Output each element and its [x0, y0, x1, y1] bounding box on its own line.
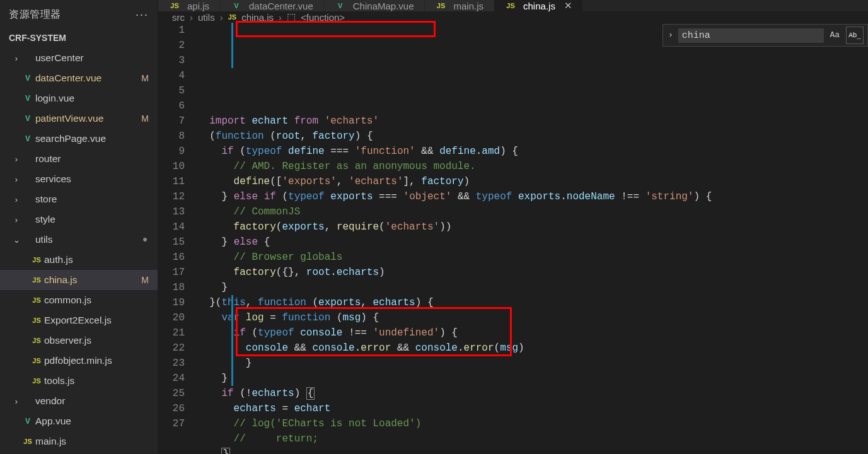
code-line[interactable]: if (typeof define === 'function' && defi…	[197, 144, 868, 159]
file-label: common.js	[44, 294, 151, 306]
code-line[interactable]: if (!echarts) {	[197, 386, 868, 401]
more-icon[interactable]: ···	[136, 8, 149, 21]
crumb-file[interactable]: china.js	[241, 12, 274, 23]
code-line[interactable]: factory({}, root.echarts)	[197, 265, 868, 280]
tab-label: dataCenter.vue	[249, 1, 313, 11]
tree-item-export2excel-js[interactable]: JSExport2Excel.js	[0, 310, 158, 330]
tab-china-js[interactable]: JSchina.js✕	[494, 0, 583, 11]
js-icon: JS	[30, 337, 43, 344]
crumb-src[interactable]: src	[172, 12, 185, 23]
vue-icon: V	[21, 94, 34, 103]
crumb-utils[interactable]: utils	[198, 12, 215, 23]
code-line[interactable]: }(this, function (exports, echarts) {	[197, 295, 868, 310]
file-label: store	[35, 194, 151, 205]
tree-item-pdfobject-min-js[interactable]: JSpdfobject.min.js	[0, 351, 158, 371]
file-label: patientView.vue	[35, 113, 141, 124]
code-line[interactable]: // AMD. Register as an anonymous module.	[197, 159, 868, 174]
line-number: 19	[158, 295, 185, 310]
file-label: searchPage.vue	[35, 133, 151, 144]
code-line[interactable]: // return;	[197, 431, 868, 446]
tree-item-store[interactable]: ›store	[0, 189, 158, 209]
tab-chinamap-vue[interactable]: VChinaMap.vue	[324, 0, 425, 11]
code-line[interactable]: } else {	[197, 235, 868, 250]
code-line[interactable]: import echart from 'echarts'	[197, 114, 868, 129]
git-badge: M	[141, 275, 151, 285]
tab-api-js[interactable]: JSapi.js	[158, 0, 220, 11]
file-tree: ›userCenterVdataCenter.vueMVlogin.vueVpa…	[0, 48, 158, 454]
tree-item-main-js[interactable]: JSmain.js	[0, 431, 158, 451]
line-gutter: 1234567891011121314151617181920212223242…	[158, 23, 197, 454]
code-line[interactable]: echarts = echart	[197, 401, 868, 416]
tree-item-vendor[interactable]: ›vendor	[0, 391, 158, 411]
find-widget[interactable]: › Aa Ab̲	[663, 24, 868, 47]
line-number: 27	[158, 416, 185, 431]
find-input[interactable]	[678, 28, 824, 43]
file-label: Export2Excel.js	[44, 315, 151, 326]
tree-item-usercenter[interactable]: ›userCenter	[0, 48, 158, 68]
code-line[interactable]: if (typeof console !== 'undefined') {	[197, 325, 868, 340]
crumb-symbol[interactable]: <function>	[301, 12, 345, 23]
symbol-icon: ⬚	[287, 11, 296, 23]
line-number: 2	[158, 38, 185, 53]
project-name[interactable]: CRF-SYSTEM	[0, 29, 158, 48]
code-line[interactable]: console && console.error && console.erro…	[197, 340, 868, 356]
tab-datacenter-vue[interactable]: VdataCenter.vue	[220, 0, 324, 11]
code-line[interactable]: // log('ECharts is not Loaded')	[197, 416, 868, 431]
code-line[interactable]: }	[197, 356, 868, 371]
code-content[interactable]: import echart from 'echarts' (function (…	[197, 23, 868, 454]
tree-item-china-js[interactable]: JSchina.jsM	[0, 270, 158, 290]
explorer-title: 资源管理器	[9, 8, 61, 21]
tree-item-style[interactable]: ›style	[0, 209, 158, 230]
code-line[interactable]: define(['exports', 'echarts'], factory)	[197, 174, 868, 189]
file-label: tools.js	[44, 375, 151, 387]
vue-icon: V	[21, 134, 34, 143]
tree-item-app-vue[interactable]: VApp.vue	[0, 411, 158, 431]
code-line[interactable]: } else if (typeof exports === 'object' &…	[197, 189, 868, 204]
tab-main-js[interactable]: JSmain.js	[425, 0, 495, 11]
tree-item-searchpage-vue[interactable]: VsearchPage.vue	[0, 129, 158, 149]
chevron-icon: ›	[11, 154, 21, 164]
code-line[interactable]: }	[197, 371, 868, 386]
close-icon[interactable]: ✕	[560, 0, 572, 11]
line-number: 8	[158, 129, 185, 144]
tree-item-router[interactable]: ›router	[0, 149, 158, 169]
file-label: vendor	[35, 395, 151, 407]
file-label: utils	[35, 234, 142, 245]
code-line[interactable]: }	[197, 446, 868, 454]
code-line[interactable]: // Browser globals	[197, 250, 868, 265]
code-line[interactable]: factory(exports, require('echarts'))	[197, 219, 868, 235]
tree-item-tools-js[interactable]: JStools.js	[0, 371, 158, 391]
code-editor[interactable]: 1234567891011121314151617181920212223242…	[158, 23, 868, 454]
js-icon: JS	[30, 296, 43, 304]
explorer-header: 资源管理器 ···	[0, 0, 158, 29]
code-line[interactable]: }	[197, 280, 868, 295]
tree-item-utils[interactable]: ⌄utils•	[0, 230, 158, 250]
file-label: services	[35, 173, 151, 185]
js-icon: JS	[168, 2, 181, 9]
tree-item-login-vue[interactable]: Vlogin.vue	[0, 88, 158, 108]
expand-replace-icon[interactable]: ›	[667, 28, 674, 43]
whole-word-icon[interactable]: Ab̲	[846, 26, 864, 44]
js-icon: JS	[30, 276, 43, 284]
chevron-icon: ›	[11, 54, 21, 63]
line-number: 6	[158, 98, 185, 114]
code-line[interactable]: (function (root, factory) {	[197, 129, 868, 144]
file-label: style	[35, 214, 151, 225]
line-number: 7	[158, 114, 185, 129]
tree-item-observer-js[interactable]: JSobserver.js	[0, 330, 158, 351]
tree-item-datacenter-vue[interactable]: VdataCenter.vueM	[0, 68, 158, 88]
breadcrumbs[interactable]: src› utils› JS china.js› ⬚ <function>	[158, 11, 868, 23]
tree-item-patientview-vue[interactable]: VpatientView.vueM	[0, 108, 158, 129]
js-icon: JS	[30, 357, 43, 364]
code-line[interactable]: var log = function (msg) {	[197, 310, 868, 325]
tree-item-services[interactable]: ›services	[0, 169, 158, 189]
chevron-icon: ⌄	[11, 235, 21, 245]
tree-item-common-js[interactable]: JScommon.js	[0, 290, 158, 310]
line-number: 12	[158, 189, 185, 204]
git-change-marker	[231, 295, 233, 386]
tree-item-auth-js[interactable]: JSauth.js	[0, 250, 158, 270]
line-number: 13	[158, 204, 185, 219]
match-case-icon[interactable]: Aa	[828, 26, 843, 44]
line-number: 10	[158, 159, 185, 174]
code-line[interactable]: // CommonJS	[197, 204, 868, 219]
